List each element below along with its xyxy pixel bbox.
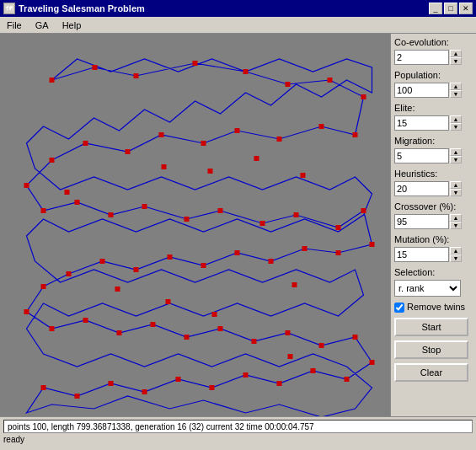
remove-twins-checkbox[interactable] <box>394 303 404 313</box>
elite-down[interactable]: ▼ <box>450 123 462 131</box>
mutation-up[interactable]: ▲ <box>450 247 462 254</box>
svg-rect-68 <box>65 190 70 195</box>
svg-rect-14 <box>126 149 131 154</box>
svg-rect-4 <box>243 69 249 74</box>
svg-rect-0 <box>50 78 55 83</box>
close-button[interactable]: ✕ <box>459 3 473 14</box>
remove-twins-row: Remove twins <box>394 302 473 313</box>
clear-button[interactable]: Clear <box>394 363 468 382</box>
svg-rect-31 <box>269 259 274 264</box>
window-title: Traveling Salesman Problem <box>19 3 145 13</box>
menu-ga[interactable]: GA <box>32 19 52 31</box>
heuristics-label: Heuristics: <box>394 169 473 179</box>
svg-rect-60 <box>41 385 46 390</box>
crossover-down[interactable]: ▼ <box>450 222 462 229</box>
svg-rect-41 <box>83 318 88 323</box>
coevolution-label: Co-evolution: <box>394 37 473 47</box>
svg-rect-6 <box>328 78 333 83</box>
elite-up[interactable]: ▲ <box>450 115 462 123</box>
mutation-spinner[interactable]: ▲ ▼ <box>450 247 462 262</box>
mutation-label: Mutation (%): <box>394 234 473 244</box>
route-lines <box>27 59 372 416</box>
tsp-canvas <box>0 34 390 416</box>
mutation-down[interactable]: ▼ <box>450 254 462 262</box>
svg-rect-64 <box>301 173 306 178</box>
svg-rect-15 <box>83 141 88 146</box>
coevolution-down[interactable]: ▼ <box>450 57 462 65</box>
migration-down[interactable]: ▼ <box>450 156 462 163</box>
svg-rect-38 <box>41 284 46 289</box>
minimize-button[interactable]: _ <box>429 3 442 14</box>
svg-rect-28 <box>370 242 375 247</box>
svg-rect-47 <box>286 330 291 335</box>
heuristics-up[interactable]: ▲ <box>450 181 462 189</box>
migration-spinner[interactable]: ▲ ▼ <box>450 148 462 163</box>
crossover-input[interactable] <box>394 214 449 229</box>
svg-rect-56 <box>176 377 181 382</box>
svg-rect-43 <box>151 322 156 327</box>
population-down[interactable]: ▼ <box>450 90 462 98</box>
svg-rect-61 <box>162 164 167 169</box>
svg-rect-53 <box>277 381 282 386</box>
heuristics-down[interactable]: ▼ <box>450 189 462 196</box>
menu-bar: File GA Help <box>0 17 476 34</box>
main-content: Co-evolution: ▲ ▼ Population: ▲ ▼ Elite: <box>0 34 476 416</box>
svg-rect-27 <box>361 208 366 213</box>
svg-rect-69 <box>288 354 293 359</box>
migration-up[interactable]: ▲ <box>450 148 462 156</box>
migration-input[interactable] <box>394 148 449 163</box>
title-buttons[interactable]: _ □ ✕ <box>429 3 473 14</box>
svg-rect-70 <box>212 312 217 317</box>
svg-rect-2 <box>134 73 139 78</box>
svg-rect-12 <box>201 141 206 146</box>
crossover-spinner[interactable]: ▲ ▼ <box>450 214 462 229</box>
svg-rect-1 <box>93 65 98 70</box>
title-bar-left: 🗺 Traveling Salesman Problem <box>3 3 145 14</box>
title-bar: 🗺 Traveling Salesman Problem _ □ ✕ <box>0 0 476 17</box>
svg-rect-5 <box>286 82 291 87</box>
menu-file[interactable]: File <box>3 19 25 31</box>
svg-rect-65 <box>115 287 120 292</box>
svg-rect-8 <box>353 132 358 137</box>
coevolution-input[interactable] <box>394 50 449 65</box>
heuristics-row: ▲ ▼ <box>394 181 473 196</box>
svg-rect-29 <box>336 250 341 255</box>
svg-rect-37 <box>67 271 72 276</box>
svg-rect-16 <box>50 158 55 163</box>
coevolution-up[interactable]: ▲ <box>450 50 462 57</box>
maximize-button[interactable]: □ <box>444 3 457 14</box>
svg-rect-55 <box>210 385 215 390</box>
right-panel: Co-evolution: ▲ ▼ Population: ▲ ▼ Elite: <box>390 34 476 416</box>
svg-rect-45 <box>218 326 223 331</box>
svg-rect-20 <box>109 212 114 217</box>
elite-input[interactable] <box>394 115 449 131</box>
menu-help[interactable]: Help <box>59 19 85 31</box>
mutation-input[interactable] <box>394 247 449 262</box>
population-spinner[interactable]: ▲ ▼ <box>450 83 462 98</box>
migration-label: Migration: <box>394 136 473 146</box>
mutation-row: ▲ ▼ <box>394 247 473 262</box>
elite-label: Elite: <box>394 103 473 113</box>
svg-rect-39 <box>24 309 29 314</box>
migration-row: ▲ ▼ <box>394 148 473 163</box>
svg-rect-67 <box>292 282 297 287</box>
population-row: ▲ ▼ <box>394 83 473 98</box>
svg-rect-25 <box>294 212 299 217</box>
crossover-row: ▲ ▼ <box>394 214 473 229</box>
coevolution-spinner[interactable]: ▲ ▼ <box>450 50 462 65</box>
population-input[interactable] <box>394 83 449 98</box>
svg-rect-46 <box>252 339 257 344</box>
svg-rect-59 <box>75 394 80 399</box>
elite-spinner[interactable]: ▲ ▼ <box>450 115 462 131</box>
status-line1: points 100, length 799.36871338, generat… <box>3 420 473 433</box>
status-ready: ready <box>0 434 476 445</box>
stop-button[interactable]: Stop <box>394 340 468 359</box>
start-button[interactable]: Start <box>394 318 468 336</box>
svg-rect-50 <box>370 360 375 365</box>
svg-rect-21 <box>142 204 147 209</box>
crossover-up[interactable]: ▲ <box>450 214 462 222</box>
selection-dropdown[interactable]: r. rank tournament roulette <box>394 280 461 297</box>
heuristics-spinner[interactable]: ▲ ▼ <box>450 181 462 196</box>
population-up[interactable]: ▲ <box>450 83 462 90</box>
heuristics-input[interactable] <box>394 181 449 196</box>
